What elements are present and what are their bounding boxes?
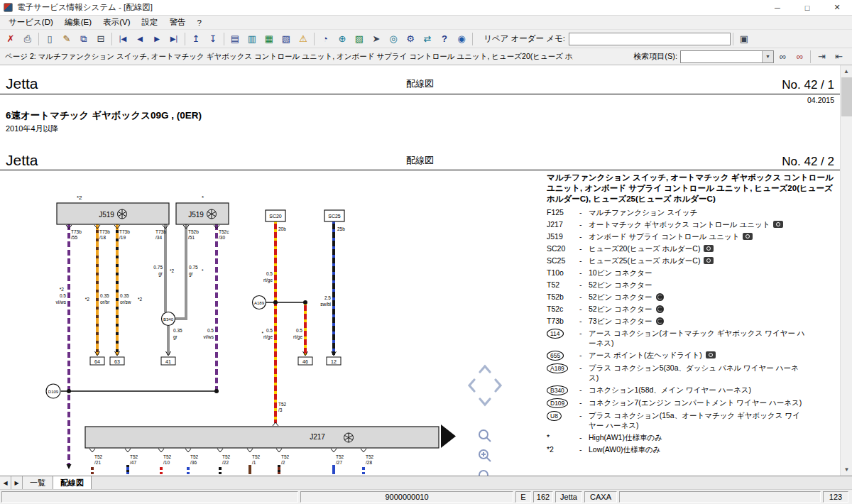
svg-text:or/sw: or/sw (120, 300, 131, 305)
tab-scroll-left-icon[interactable]: ◀ (0, 476, 11, 489)
menu-warning[interactable]: 警告 (163, 17, 191, 28)
legend-entry: SC20-ヒューズ20(ヒューズ ホルダーC) (547, 243, 839, 253)
j217-box[interactable]: J217 (85, 427, 439, 448)
svg-text:T73b: T73b (71, 229, 82, 234)
component-location-icon[interactable]: ▦ (261, 31, 278, 47)
svg-text:0.75: 0.75 (153, 265, 163, 270)
maximize-button[interactable]: □ (792, 0, 822, 15)
pane-prev-icon[interactable]: ⇤ (831, 49, 847, 64)
scroll-up-icon[interactable]: ▲ (841, 65, 852, 77)
tab-wiring-diagram[interactable]: 配線図 (53, 476, 92, 489)
node-d109[interactable]: D109 (46, 384, 60, 398)
camera-icon[interactable] (704, 245, 714, 252)
legend-entry: A189-プラス コネクション5(30a、ダッシュ パネル ワイヤー ハーネス) (547, 363, 839, 383)
new-document-icon[interactable]: ▯ (41, 31, 58, 47)
svg-text:46: 46 (302, 359, 308, 364)
pan-left-icon[interactable] (469, 380, 474, 391)
web-link-icon[interactable]: ⊕ (334, 31, 351, 47)
camera-icon[interactable] (706, 351, 716, 358)
pan-control (469, 366, 501, 405)
menu-view[interactable]: 表示(V) (97, 17, 136, 28)
j519-box-left[interactable]: J519 (57, 203, 169, 224)
svg-text:/34: /34 (155, 235, 162, 240)
section-title: 6速オートマチック ギヤボックス09G , (0ER) (6, 109, 202, 122)
toolbar-separator (185, 33, 185, 45)
maintenance-manual-icon[interactable]: ▤ (226, 31, 244, 47)
zoom-out-icon[interactable] (479, 471, 488, 476)
connector-view-icon[interactable] (656, 293, 664, 301)
sc25-fuse[interactable]: SC25 (324, 210, 344, 221)
next-page-icon[interactable]: ▶ (148, 31, 165, 47)
statusbar-doc-id: 9000000010 (300, 491, 513, 503)
history-icon[interactable]: ◔ (317, 31, 334, 47)
repair-order-memo-input[interactable] (569, 33, 731, 45)
zoom-in-icon[interactable] (479, 450, 491, 461)
memo-window-icon[interactable]: ▣ (736, 31, 753, 47)
pane-next-icon[interactable]: ⇥ (814, 49, 830, 64)
service-note-icon[interactable]: ▨ (351, 31, 368, 47)
svg-text:T52: T52 (336, 454, 344, 459)
node-a189[interactable]: A189 (253, 296, 266, 309)
page-continuation-arrow[interactable] (441, 424, 456, 448)
vehicle-data-icon[interactable]: ⊟ (92, 31, 109, 47)
camera-icon[interactable] (704, 257, 714, 264)
minimize-button[interactable]: ─ (763, 0, 792, 15)
camera-icon[interactable] (743, 233, 753, 240)
transport-icon[interactable]: ➤ (368, 31, 385, 47)
svg-text:sw/bl: sw/bl (320, 302, 331, 307)
diagram-number: No. 42 / 2 (782, 155, 834, 169)
compare-icon[interactable]: ⇄ (419, 31, 436, 47)
search-icon[interactable]: ∞ (775, 49, 791, 64)
edit-memo-icon[interactable]: ✎ (58, 31, 75, 47)
svg-text:12: 12 (331, 359, 337, 364)
vertical-scrollbar[interactable]: ▲ ▼ (840, 65, 852, 476)
statusbar-model: Jetta (555, 491, 582, 503)
pan-right-icon[interactable] (496, 380, 501, 391)
jump-bottom-icon[interactable]: ↧ (204, 31, 222, 47)
connector-view-icon[interactable] (656, 305, 664, 313)
copy-icon[interactable]: ⧉ (75, 31, 92, 47)
jump-top-icon[interactable]: ↥ (187, 31, 204, 47)
scrollbar-thumb[interactable] (841, 77, 852, 116)
exit-icon[interactable]: ✗ (2, 31, 19, 47)
circuit-manual-icon[interactable]: ▥ (244, 31, 261, 47)
menu-settings[interactable]: 設定 (136, 17, 163, 28)
j519-box-right[interactable]: J519 (176, 203, 229, 224)
search-off-icon[interactable]: ∞ (792, 49, 808, 64)
sc20-fuse[interactable]: SC20 (266, 210, 285, 221)
vehicle-search-icon[interactable]: ◎ (385, 31, 402, 47)
legend-entry: T73b-73ピン コネクター (547, 316, 839, 326)
document-type: 配線図 (0, 77, 840, 90)
technical-table-icon[interactable]: ▧ (278, 31, 295, 47)
pan-down-icon[interactable] (480, 399, 490, 405)
legend-entry: 114-アース コネクション(オートマチック ギヤボックス ワイヤー ハーネス) (547, 328, 839, 348)
menu-edit[interactable]: 編集(E) (59, 17, 97, 28)
pan-up-icon[interactable] (480, 366, 490, 372)
menubar: サービス(D) 編集(E) 表示(V) 設定 警告 ? (0, 16, 852, 30)
search-combo[interactable]: ▼ (680, 50, 774, 63)
svg-text:0.35: 0.35 (100, 293, 109, 298)
tab-list[interactable]: 一覧 (23, 476, 53, 489)
help-book-icon[interactable]: ? (436, 31, 453, 47)
connector-view-icon[interactable] (656, 317, 664, 325)
svg-text:0.5: 0.5 (266, 328, 273, 333)
zoom-select-icon[interactable] (479, 430, 491, 442)
node-b340[interactable]: B340 (162, 312, 175, 326)
menu-help[interactable]: ? (191, 18, 207, 27)
svg-text:J519: J519 (99, 211, 114, 219)
svg-text:/28: /28 (366, 460, 372, 465)
settings-tool-icon[interactable]: ⚙ (402, 31, 419, 47)
warning-info-icon[interactable]: ⚠ (295, 31, 312, 47)
dropdown-arrow-icon[interactable]: ▼ (762, 51, 773, 62)
database-icon[interactable]: ◉ (453, 31, 470, 47)
first-page-icon[interactable]: |◀ (114, 31, 131, 47)
tab-scroll-right-icon[interactable]: ▶ (11, 476, 23, 489)
menu-service[interactable]: サービス(D) (3, 17, 59, 28)
print-icon[interactable]: ⎙ (19, 31, 36, 47)
fuse-pin-label: 25b (337, 226, 345, 231)
camera-icon[interactable] (773, 221, 783, 228)
close-button[interactable]: ✕ (822, 0, 852, 15)
previous-page-icon[interactable]: ◀ (131, 31, 148, 47)
last-page-icon[interactable]: ▶| (165, 31, 182, 47)
scroll-down-icon[interactable]: ▼ (841, 464, 852, 476)
